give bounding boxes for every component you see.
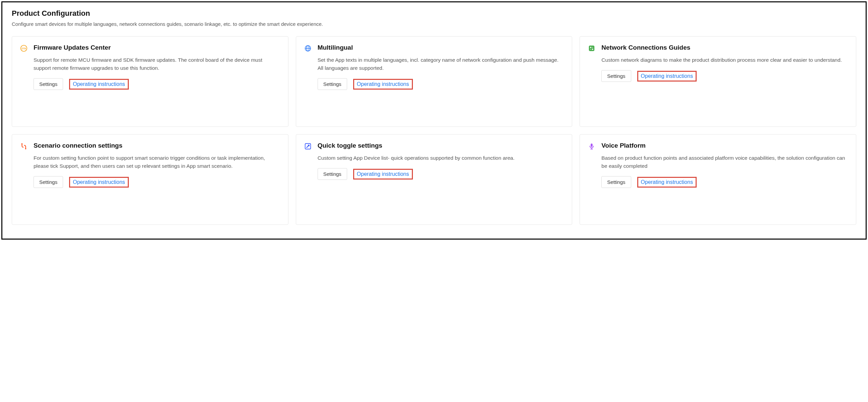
card-title: Scenario connection settings: [34, 142, 280, 149]
page-subtitle: Configure smart devices for multiple lan…: [12, 21, 856, 27]
svg-point-9: [590, 49, 591, 50]
instructions-highlight: Operating instructions: [69, 177, 129, 188]
card-description: Support for remote MCU firmware and SDK …: [34, 56, 280, 72]
settings-button[interactable]: Settings: [34, 176, 63, 188]
svg-text:OTA: OTA: [22, 47, 26, 50]
operating-instructions-link[interactable]: Operating instructions: [641, 73, 693, 79]
card-description: For custom setting function point to sup…: [34, 154, 280, 170]
ota-icon: OTA: [20, 45, 28, 52]
globe-icon: [304, 45, 312, 52]
operating-instructions-link[interactable]: Operating instructions: [73, 179, 125, 185]
card-scenario-settings: Scenario connection settings For custom …: [12, 134, 288, 225]
page-title: Product Configuration: [12, 9, 856, 18]
instructions-highlight: Operating instructions: [637, 177, 697, 188]
card-title: Voice Platform: [601, 142, 848, 149]
instructions-highlight: Operating instructions: [69, 79, 129, 90]
card-title: Firmware Updates Center: [34, 44, 280, 51]
operating-instructions-link[interactable]: Operating instructions: [357, 171, 409, 177]
operating-instructions-link[interactable]: Operating instructions: [357, 81, 409, 87]
card-description: Custom setting App Device list- quick op…: [318, 154, 564, 162]
settings-button[interactable]: Settings: [601, 70, 631, 82]
card-description: Based on product function points and ass…: [601, 154, 848, 170]
card-firmware-updates: OTA Firmware Updates Center Support for …: [12, 36, 288, 127]
svg-point-7: [592, 49, 593, 50]
voice-icon: [588, 143, 595, 150]
settings-button[interactable]: Settings: [318, 168, 347, 180]
card-title: Quick toggle settings: [318, 142, 564, 149]
card-quick-toggle: Quick toggle settings Custom setting App…: [296, 134, 572, 225]
svg-rect-5: [589, 46, 595, 51]
card-multilingual: Multilingual Set the App texts in multip…: [296, 36, 572, 127]
operating-instructions-link[interactable]: Operating instructions: [641, 179, 693, 185]
svg-point-10: [22, 143, 23, 145]
svg-rect-13: [591, 144, 593, 147]
card-voice-platform: Voice Platform Based on product function…: [580, 134, 856, 225]
card-title: Multilingual: [318, 44, 564, 51]
instructions-highlight: Operating instructions: [353, 169, 413, 179]
card-description: Set the App texts in multiple languages,…: [318, 56, 564, 72]
settings-button[interactable]: Settings: [34, 78, 63, 90]
card-title: Network Connections Guides: [601, 44, 848, 51]
operating-instructions-link[interactable]: Operating instructions: [73, 81, 125, 87]
toggle-icon: [304, 143, 312, 150]
svg-point-6: [590, 47, 592, 48]
instructions-highlight: Operating instructions: [637, 71, 697, 82]
scenario-icon: [20, 143, 28, 150]
cards-grid: OTA Firmware Updates Center Support for …: [12, 36, 856, 225]
network-icon: [588, 45, 595, 52]
settings-button[interactable]: Settings: [318, 78, 347, 90]
card-description: Custom network diagrams to make the prod…: [601, 56, 848, 64]
card-network-guides: Network Connections Guides Custom networ…: [580, 36, 856, 127]
instructions-highlight: Operating instructions: [353, 79, 413, 90]
svg-point-8: [592, 47, 593, 48]
svg-point-11: [25, 148, 27, 150]
settings-button[interactable]: Settings: [601, 176, 631, 188]
